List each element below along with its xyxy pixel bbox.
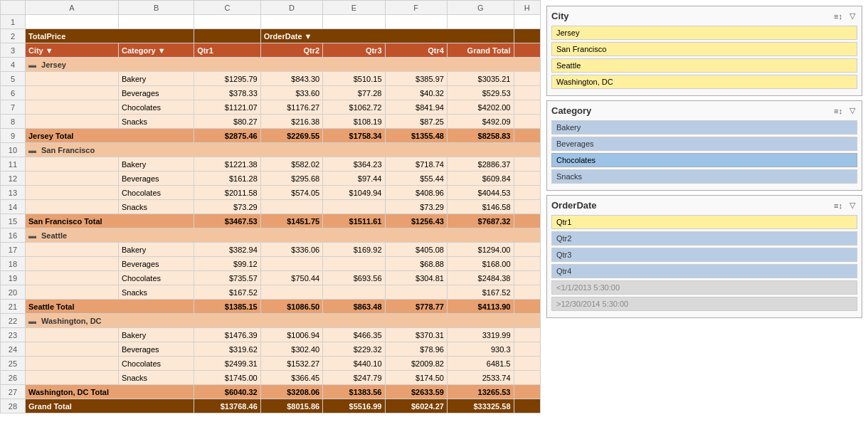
cell-g20 <box>385 285 447 300</box>
row-num: 8 <box>1 115 26 129</box>
cell-b12 <box>25 172 118 186</box>
cell-f5: $510.15 <box>323 72 385 86</box>
cell-qtr4-header: Qtr4 <box>385 43 447 58</box>
cell-i26 <box>514 371 541 385</box>
cell-e25: $1532.27 <box>260 357 322 371</box>
orderdate-item-qtr4[interactable]: Qtr4 <box>551 264 857 278</box>
cell-d18: $99.12 <box>194 257 261 271</box>
cell-d25: $2499.31 <box>194 357 261 371</box>
cell-e13: $574.05 <box>260 186 322 200</box>
cell-c19: Chocolates <box>119 271 194 285</box>
category-filter-icon[interactable]: ▽ <box>847 105 857 116</box>
orderdate-item-qtr1[interactable]: Qtr1 <box>551 215 857 229</box>
city-item-washington-dc[interactable]: Washington, DC <box>551 75 857 89</box>
cell-g24: $78.96 <box>385 342 447 357</box>
cell-i17 <box>514 243 541 257</box>
category-item-chocolates[interactable]: Chocolates <box>551 153 857 167</box>
category-item-beverages[interactable]: Beverages <box>551 137 857 151</box>
col-header-e[interactable]: E <box>323 1 385 15</box>
col-header-a[interactable]: A <box>25 1 118 15</box>
cell-i12 <box>514 172 541 186</box>
col-header-g[interactable]: G <box>447 1 514 15</box>
cell-totalprice: TotalPrice <box>25 29 194 43</box>
cell-i14 <box>514 200 541 214</box>
cell-c20: Snacks <box>119 285 194 300</box>
row-num: 4 <box>1 58 26 72</box>
col-header-b[interactable]: B <box>119 1 194 15</box>
orderdate-item-after-2014[interactable]: >12/30/2014 5:30:00 <box>551 297 857 311</box>
cell-d1[interactable] <box>260 15 322 29</box>
cell-f1[interactable] <box>385 15 447 29</box>
city-sort-icon[interactable]: ≡↕ <box>832 11 845 21</box>
cell-e21: $1086.50 <box>260 300 322 314</box>
col-header-f[interactable]: F <box>385 1 447 15</box>
cell-e12: $295.68 <box>260 172 322 186</box>
cell-f23: $466.35 <box>323 328 385 342</box>
cell-i27 <box>514 385 541 399</box>
row-num: 16 <box>1 228 26 243</box>
category-item-snacks[interactable]: Snacks <box>551 169 857 184</box>
cell-i24 <box>514 342 541 357</box>
cell-sf-total: San Francisco Total <box>25 214 194 228</box>
row-num: 14 <box>1 200 26 214</box>
cell-h1[interactable] <box>514 15 541 29</box>
cell-g7: $841.94 <box>385 100 447 115</box>
orderdate-item-qtr3[interactable]: Qtr3 <box>551 248 857 262</box>
city-item-jersey[interactable]: Jersey <box>551 26 857 40</box>
orderdate-filter-icons: ≡↕ ▽ <box>832 200 857 211</box>
category-item-bakery[interactable]: Bakery <box>551 120 857 135</box>
cell-f14 <box>323 200 385 214</box>
cell-c1[interactable] <box>194 15 261 29</box>
row-num: 28 <box>1 399 26 413</box>
cell-orderdate: OrderDate ▼ <box>260 29 514 43</box>
cell-d9: $2875.46 <box>194 129 261 143</box>
cell-e1[interactable] <box>323 15 385 29</box>
city-filter-icon[interactable]: ▽ <box>847 11 857 21</box>
cell-i11 <box>514 157 541 172</box>
cell-seattle-total: Seattle Total <box>25 300 194 314</box>
cell-c26: Snacks <box>119 371 194 385</box>
cell-h14: $146.58 <box>447 200 514 214</box>
col-header-d[interactable]: D <box>260 1 322 15</box>
cell-beverages1: Beverages <box>119 86 194 100</box>
cell-g25: $2009.82 <box>385 357 447 371</box>
cell-f13: $1049.94 <box>323 186 385 200</box>
row-num: 9 <box>1 129 26 143</box>
cell-c25: Chocolates <box>119 357 194 371</box>
orderdate-item-before-2013[interactable]: <1/1/2013 5:30:00 <box>551 280 857 295</box>
cell-i28 <box>514 399 541 413</box>
orderdate-sort-icon[interactable]: ≡↕ <box>832 200 845 211</box>
cell-f20 <box>323 285 385 300</box>
cell-dc-total: Washington, DC Total <box>25 385 194 399</box>
city-filter-box: City ≡↕ ▽ Jersey San Francisco Seattle W… <box>546 6 862 96</box>
cell-f17: $169.92 <box>323 243 385 257</box>
cell-h18: $168.00 <box>447 257 514 271</box>
orderdate-filter-icon[interactable]: ▽ <box>847 200 857 211</box>
right-panel: City ≡↕ ▽ Jersey San Francisco Seattle W… <box>541 0 868 427</box>
cell-e17: $336.06 <box>260 243 322 257</box>
category-sort-icon[interactable]: ≡↕ <box>832 105 845 116</box>
city-item-san-francisco[interactable]: San Francisco <box>551 42 857 56</box>
category-filter-title-row: Category ≡↕ ▽ <box>551 105 857 116</box>
cell-i19 <box>514 271 541 285</box>
cell-h23: 3319.99 <box>447 328 514 342</box>
cell-b1[interactable] <box>119 15 194 29</box>
cell-h6: $529.53 <box>447 86 514 100</box>
cell-g5: $385.97 <box>385 72 447 86</box>
orderdate-filter-title: OrderDate <box>551 200 597 211</box>
cell-g1[interactable] <box>447 15 514 29</box>
cell-e20 <box>260 285 322 300</box>
cell-g21: $778.77 <box>385 300 447 314</box>
cell-a1[interactable] <box>25 15 118 29</box>
cell-c11: Bakery <box>119 157 194 172</box>
cell-b7 <box>25 100 118 115</box>
cell-h27: 13265.53 <box>447 385 514 399</box>
col-header-c[interactable]: C <box>194 1 261 15</box>
cell-i6 <box>514 86 541 100</box>
orderdate-item-qtr2[interactable]: Qtr2 <box>551 231 857 246</box>
cell-b17 <box>25 243 118 257</box>
cell-b18 <box>25 257 118 271</box>
cell-d21: $1385.15 <box>194 300 261 314</box>
col-header-h[interactable]: H <box>514 1 541 15</box>
city-item-seattle[interactable]: Seattle <box>551 58 857 73</box>
